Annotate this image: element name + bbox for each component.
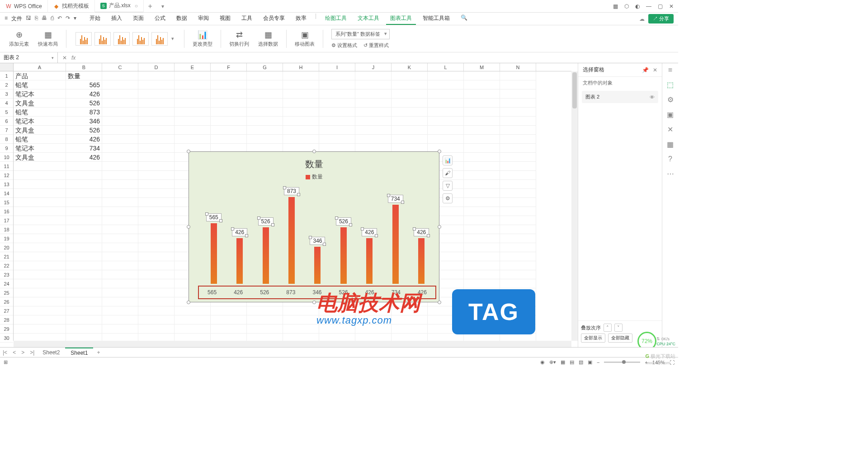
resize-handle[interactable] [312,150,316,153]
cell[interactable] [500,80,536,89]
cell[interactable] [211,80,247,89]
cell[interactable] [428,80,464,89]
cell[interactable] [102,153,138,162]
bar[interactable] [211,223,217,284]
cell[interactable] [500,234,536,243]
show-all-button[interactable]: 全部显示 [581,334,605,343]
cell[interactable] [102,324,138,334]
cell[interactable] [283,89,319,99]
cell[interactable] [211,315,247,324]
cell[interactable] [175,89,211,99]
cell[interactable] [175,71,211,80]
cell[interactable] [102,99,138,108]
cell[interactable] [428,89,464,99]
row-header[interactable]: 21 [0,252,13,261]
menu-icon[interactable]: ≡ [5,15,8,23]
resize-handle[interactable] [312,301,316,304]
cell[interactable] [464,180,500,189]
row-header[interactable]: 11 [0,162,13,171]
view-icon-2[interactable]: ⊕▾ [549,359,556,365]
cell[interactable] [392,126,428,135]
cell[interactable] [247,71,283,80]
cell[interactable] [247,306,283,315]
column-header[interactable]: I [319,63,355,71]
menu-chart-tools[interactable]: 图表工具 [386,13,416,25]
menu-smart-tools[interactable]: 智能工具箱 [419,13,454,25]
row-header[interactable]: 18 [0,225,13,234]
cell[interactable] [102,126,138,135]
cell[interactable]: 426 [66,153,102,162]
cell[interactable] [102,180,138,189]
cell[interactable] [392,135,428,144]
cell[interactable] [500,198,536,207]
cell[interactable] [283,315,319,324]
preview-icon[interactable]: ⎙ [51,15,54,23]
cell[interactable] [14,207,66,216]
cell[interactable] [138,171,175,180]
cell[interactable] [464,126,500,135]
status-mode-icon[interactable]: ⊞ [4,359,8,365]
bar[interactable] [392,205,399,284]
minimize-icon[interactable]: — [646,3,651,9]
cell[interactable] [283,135,319,144]
cell[interactable] [66,234,102,243]
cell[interactable] [500,89,536,99]
cell[interactable] [138,117,175,126]
cell[interactable] [138,306,175,315]
panel-object-item[interactable]: 图表 2 👁 [582,91,658,103]
select-all-corner[interactable] [0,63,14,71]
plot-area[interactable]: 565426526873346526426734426 [201,187,434,284]
cell[interactable] [392,71,428,80]
cell[interactable] [464,99,500,108]
data-label[interactable]: 734 [388,195,403,203]
select-icon[interactable]: ⬚ [667,80,674,89]
cell[interactable] [247,117,283,126]
menu-text-tools[interactable]: 文本工具 [354,13,383,25]
column-header[interactable]: F [211,63,247,71]
cell[interactable] [138,180,175,189]
cell[interactable] [14,162,66,171]
cell[interactable] [355,99,392,108]
row-header[interactable]: 17 [0,216,13,225]
data-label[interactable]: 565 [206,213,222,221]
row-header[interactable]: 26 [0,297,13,306]
cell[interactable] [500,144,536,153]
row-header[interactable]: 15 [0,198,13,207]
cell[interactable] [66,198,102,207]
column-header[interactable]: C [102,63,138,71]
chart-title[interactable]: 数量 [189,152,439,170]
cell[interactable] [175,315,211,324]
cell[interactable] [66,189,102,198]
cell[interactable] [392,89,428,99]
preset-more-icon[interactable]: ▾ [170,36,176,42]
cell[interactable] [428,126,464,135]
cell[interactable] [66,225,102,234]
menu-tools[interactable]: 工具 [237,13,256,25]
cell[interactable] [138,270,175,279]
cancel-icon[interactable]: ✕ [62,55,67,61]
row-header[interactable]: 22 [0,261,13,270]
cell[interactable] [247,80,283,89]
tab-close-icon[interactable]: ○ [135,3,138,9]
cell[interactable] [138,99,175,108]
menu-insert[interactable]: 插入 [107,13,126,25]
cell[interactable] [66,180,102,189]
cell[interactable] [500,189,536,198]
cell[interactable] [102,198,138,207]
series-dropdown[interactable]: 系列"数量" 数据标签 [331,29,390,39]
cell[interactable] [138,71,175,80]
cell[interactable] [211,108,247,117]
cell[interactable] [500,162,536,171]
cell[interactable]: 笔记本 [14,89,66,99]
column-header[interactable]: E [175,63,211,71]
sheet-next-icon[interactable]: > [19,349,27,356]
cell[interactable] [138,162,175,171]
menu-file[interactable]: 文件 [11,15,22,23]
cell[interactable] [500,216,536,225]
cell[interactable] [66,162,102,171]
set-format-button[interactable]: ⚙ 设置格式 [331,42,357,49]
cell[interactable] [102,135,138,144]
cell[interactable] [102,189,138,198]
cell[interactable]: 346 [66,117,102,126]
cell[interactable] [14,225,66,234]
